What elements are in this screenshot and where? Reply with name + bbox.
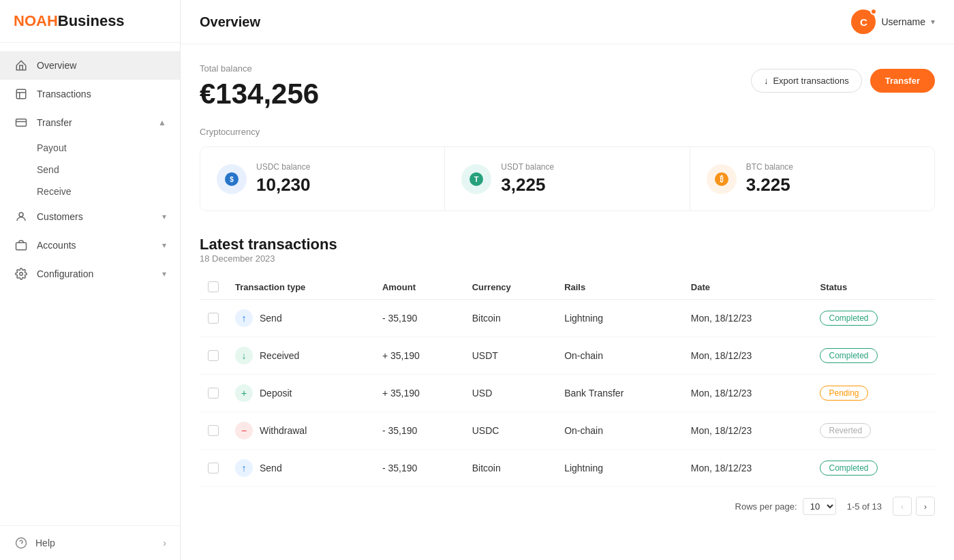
status-badge: Reverted (820, 423, 871, 438)
logo-noah: NOAH (14, 12, 58, 29)
sidebar-footer[interactable]: Help › (0, 525, 180, 560)
rows-per-page-label: Rows per page: (735, 501, 797, 512)
sidebar-item-accounts[interactable]: Accounts ▾ (0, 231, 180, 260)
tx-type-icon: − (235, 422, 253, 439)
row-checkbox[interactable] (208, 425, 219, 436)
row-checkbox[interactable] (208, 350, 219, 361)
submenu-item-receive[interactable]: Receive (37, 181, 180, 202)
usdt-name: USDT balance (501, 162, 554, 172)
transfer-submenu: Payout Send Receive (0, 137, 180, 202)
footer-arrow-icon: › (163, 538, 166, 548)
btc-amount: 3.225 (746, 174, 793, 196)
svg-text:$: $ (230, 176, 234, 183)
pagination-prev-button[interactable]: ‹ (893, 497, 912, 516)
download-icon: ↓ (764, 76, 769, 86)
usdc-amount: 10,230 (256, 174, 311, 196)
sidebar-item-overview[interactable]: Overview (0, 51, 180, 80)
sidebar: NOAHBusiness Overview Transactions Trans… (0, 0, 181, 560)
accounts-icon (14, 238, 29, 253)
btc-info: BTC balance 3.225 (746, 162, 793, 196)
transfer-icon (14, 115, 29, 130)
tx-status: Completed (812, 300, 935, 337)
export-transactions-button[interactable]: ↓ Export transactions (751, 69, 862, 93)
usdt-amount: 3,225 (501, 174, 554, 196)
usdc-info: USDC balance 10,230 (256, 162, 311, 196)
balance-label: Total balance (200, 63, 319, 74)
select-all-checkbox[interactable] (208, 281, 219, 292)
sidebar-item-customers[interactable]: Customers ▾ (0, 202, 180, 231)
btc-name: BTC balance (746, 162, 793, 172)
tx-status: Reverted (812, 412, 935, 450)
table-row: + Deposit + 35,190 USD Bank Transfer Mon… (200, 375, 935, 412)
notification-badge (870, 8, 877, 15)
col-date: Date (683, 275, 812, 300)
sidebar-item-label: Accounts (37, 240, 154, 251)
btc-icon: ₿ (707, 164, 737, 194)
usdt-icon: T (461, 164, 491, 194)
table-row: ↑ Send - 35,190 Bitcoin Lightning Mon, 1… (200, 450, 935, 487)
tx-type-icon: + (235, 384, 253, 402)
tx-date: Mon, 18/12/23 (683, 300, 812, 337)
logo: NOAHBusiness (0, 0, 180, 43)
crypto-card-btc: ₿ BTC balance 3.225 (690, 147, 934, 211)
svg-text:₿: ₿ (720, 175, 724, 183)
row-checkbox[interactable] (208, 313, 219, 324)
help-label: Help (35, 538, 156, 548)
pagination-info: 1-5 of 13 (847, 501, 882, 512)
tx-date: Mon, 18/12/23 (683, 450, 812, 487)
transactions-table: Transaction type Amount Currency Rails D… (200, 275, 935, 487)
tx-amount: + 35,190 (374, 337, 464, 375)
table-row: ↓ Received + 35,190 USDT On-chain Mon, 1… (200, 337, 935, 375)
col-transaction-type: Transaction type (227, 275, 374, 300)
chevron-down-icon: ▾ (162, 240, 166, 250)
tx-rails: On-chain (556, 337, 683, 375)
tx-type-label: Withdrawal (260, 425, 307, 436)
tx-type-cell: − Withdrawal (235, 422, 366, 439)
tx-currency: USD (464, 375, 556, 412)
tx-currency: Bitcoin (464, 450, 556, 487)
content-area: Total balance €134,256 ↓ Export transact… (181, 44, 954, 560)
sidebar-item-label: Transfer (37, 117, 150, 128)
sidebar-item-transfer[interactable]: Transfer ▲ (0, 108, 180, 137)
status-badge: Completed (820, 461, 877, 476)
user-menu[interactable]: C Username ▾ (851, 10, 935, 34)
col-rails: Rails (556, 275, 683, 300)
transactions-icon (14, 87, 29, 102)
submenu-item-send[interactable]: Send (37, 159, 180, 181)
col-status: Status (812, 275, 935, 300)
tx-type-label: Send (260, 313, 282, 324)
tx-type-label: Deposit (260, 388, 292, 399)
svg-text:T: T (474, 175, 479, 183)
help-icon (14, 535, 29, 550)
svg-point-7 (20, 273, 23, 276)
tx-status: Completed (812, 450, 935, 487)
rows-per-page-select[interactable]: 10 25 50 (803, 498, 836, 515)
tx-type-cell: ↑ Send (235, 309, 366, 327)
home-icon (14, 58, 29, 73)
sidebar-nav: Overview Transactions Transfer ▲ Payout … (0, 43, 180, 525)
main-content: Overview C Username ▾ Total balance €134… (181, 0, 954, 560)
row-checkbox[interactable] (208, 388, 219, 399)
sidebar-item-label: Transactions (37, 89, 166, 99)
tx-date: Mon, 18/12/23 (683, 337, 812, 375)
tx-currency: Bitcoin (464, 300, 556, 337)
tx-type-icon: ↑ (235, 459, 253, 477)
transfer-button[interactable]: Transfer (870, 69, 935, 93)
svg-rect-6 (16, 243, 27, 250)
tx-currency: USDT (464, 337, 556, 375)
tx-type-icon: ↓ (235, 347, 253, 364)
user-chevron-icon: ▾ (931, 17, 935, 27)
tx-rails: Bank Transfer (556, 375, 683, 412)
config-icon (14, 266, 29, 281)
pagination-next-button[interactable]: › (916, 497, 935, 516)
row-checkbox[interactable] (208, 463, 219, 473)
chevron-down-icon: ▾ (162, 212, 166, 221)
submenu-item-payout[interactable]: Payout (37, 137, 180, 159)
tx-amount: - 35,190 (374, 412, 464, 450)
col-amount: Amount (374, 275, 464, 300)
tx-type-cell: ↓ Received (235, 347, 366, 364)
sidebar-item-configuration[interactable]: Configuration ▾ (0, 260, 180, 288)
sidebar-item-label: Configuration (37, 268, 154, 279)
sidebar-item-transactions[interactable]: Transactions (0, 80, 180, 108)
page-title: Overview (200, 14, 260, 30)
